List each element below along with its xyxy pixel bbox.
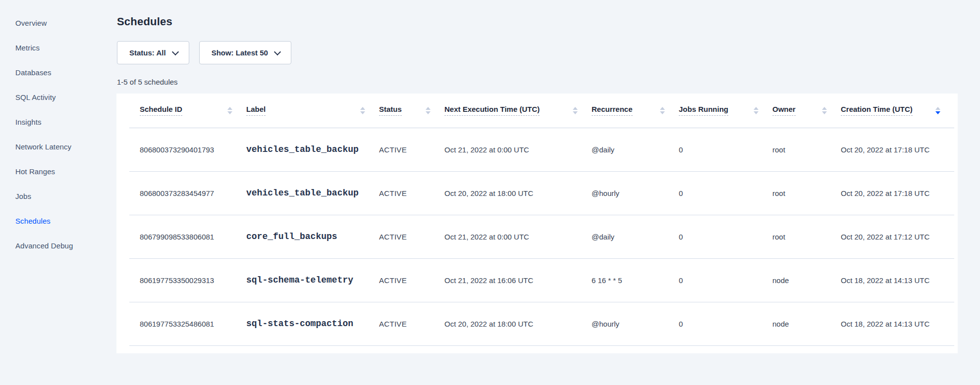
- sidebar-item-schedules[interactable]: Schedules: [0, 208, 113, 233]
- sidebar-item-metrics[interactable]: Metrics: [0, 35, 113, 60]
- sidebar-item-network-latency[interactable]: Network Latency: [0, 134, 113, 159]
- schedule-label-cell: sql-schema-telemetry: [246, 275, 379, 285]
- schedule-label-cell: vehicles_table_backup: [246, 188, 379, 198]
- recurrence-cell: @daily: [592, 233, 679, 241]
- status-cell: ACTIVE: [379, 189, 444, 197]
- column-header-recurrence[interactable]: Recurrence: [592, 94, 679, 128]
- column-header-creation-time[interactable]: Creation Time (UTC): [841, 94, 954, 128]
- schedule-id-cell: 806800373290401793: [129, 145, 246, 154]
- jobs-running-cell: 0: [679, 276, 772, 285]
- next-execution-cell: Oct 21, 2022 at 0:00 UTC: [444, 233, 592, 241]
- schedule-id-cell: 806800373283454977: [129, 189, 246, 197]
- status-cell: ACTIVE: [379, 320, 444, 328]
- table-row: 806197753325486081 sql-stats-compaction …: [129, 302, 954, 345]
- column-header-status[interactable]: Status: [379, 94, 444, 128]
- owner-cell: root: [772, 233, 841, 241]
- next-execution-cell: Oct 21, 2022 at 0:00 UTC: [444, 145, 592, 154]
- table-row: 806800373283454977 vehicles_table_backup…: [129, 171, 954, 215]
- sort-desc-icon: [935, 107, 940, 114]
- jobs-running-cell: 0: [679, 189, 772, 197]
- creation-time-cell: Oct 20, 2022 at 17:12 UTC: [841, 233, 954, 241]
- table-header-row: Schedule ID Label Status Next Execution …: [129, 94, 954, 128]
- chevron-down-icon: [172, 48, 179, 55]
- status-filter-label: Status: All: [129, 48, 166, 57]
- schedule-id-cell: 806197753325486081: [129, 320, 246, 328]
- next-execution-cell: Oct 20, 2022 at 18:00 UTC: [444, 189, 592, 197]
- owner-cell: root: [772, 189, 841, 197]
- schedule-label-cell: sql-stats-compaction: [246, 319, 379, 329]
- show-filter-label: Show: Latest 50: [212, 48, 268, 57]
- recurrence-cell: @daily: [592, 145, 679, 154]
- page-title: Schedules: [117, 14, 958, 29]
- sidebar-item-insights[interactable]: Insights: [0, 109, 113, 134]
- status-cell: ACTIVE: [379, 233, 444, 241]
- schedules-table: Schedule ID Label Status Next Execution …: [129, 94, 954, 346]
- status-filter-dropdown[interactable]: Status: All: [117, 41, 189, 64]
- column-header-label[interactable]: Label: [246, 94, 379, 128]
- sidebar-nav: Overview Metrics Databases SQL Activity …: [0, 10, 113, 258]
- status-cell: ACTIVE: [379, 145, 444, 154]
- sidebar-item-databases[interactable]: Databases: [0, 60, 113, 85]
- recurrence-cell: @hourly: [592, 320, 679, 328]
- creation-time-cell: Oct 18, 2022 at 14:13 UTC: [841, 320, 954, 328]
- next-execution-cell: Oct 21, 2022 at 16:06 UTC: [444, 276, 592, 285]
- column-header-next-execution-time[interactable]: Next Execution Time (UTC): [444, 94, 592, 128]
- sort-icon: [660, 107, 665, 114]
- show-filter-dropdown[interactable]: Show: Latest 50: [199, 41, 291, 64]
- sort-icon: [360, 107, 365, 114]
- recurrence-cell: @hourly: [592, 189, 679, 197]
- status-cell: ACTIVE: [379, 276, 444, 285]
- creation-time-cell: Oct 18, 2022 at 14:13 UTC: [841, 276, 954, 285]
- jobs-running-cell: 0: [679, 145, 772, 154]
- sort-icon: [754, 107, 759, 114]
- schedule-label-cell: vehicles_table_backup: [246, 144, 379, 154]
- schedule-id-cell: 806799098533806081: [129, 233, 246, 241]
- sort-icon: [426, 107, 431, 114]
- chevron-down-icon: [274, 48, 281, 55]
- sidebar-item-overview[interactable]: Overview: [0, 10, 113, 35]
- sidebar-item-hot-ranges[interactable]: Hot Ranges: [0, 159, 113, 184]
- owner-cell: node: [772, 276, 841, 285]
- jobs-running-cell: 0: [679, 320, 772, 328]
- creation-time-cell: Oct 20, 2022 at 17:18 UTC: [841, 189, 954, 197]
- schedules-page: Overview Metrics Databases SQL Activity …: [0, 0, 980, 385]
- sidebar-item-advanced-debug[interactable]: Advanced Debug: [0, 233, 113, 258]
- filter-bar: Status: All Show: Latest 50: [117, 41, 958, 64]
- owner-cell: node: [772, 320, 841, 328]
- recurrence-cell: 6 16 * * 5: [592, 276, 679, 285]
- column-header-owner[interactable]: Owner: [772, 94, 841, 128]
- sort-icon: [227, 107, 232, 114]
- table-row: 806197753350029313 sql-schema-telemetry …: [129, 258, 954, 302]
- main-content: Schedules Status: All Show: Latest 50 1-…: [116, 0, 958, 353]
- results-count: 1-5 of 5 schedules: [117, 78, 958, 88]
- schedule-id-cell: 806197753350029313: [129, 276, 246, 285]
- column-header-jobs-running[interactable]: Jobs Running: [679, 94, 772, 128]
- creation-time-cell: Oct 20, 2022 at 17:18 UTC: [841, 145, 954, 154]
- schedules-table-panel: Schedule ID Label Status Next Execution …: [116, 94, 958, 353]
- sidebar-item-sql-activity[interactable]: SQL Activity: [0, 85, 113, 109]
- table-row: 806800373290401793 vehicles_table_backup…: [129, 128, 954, 171]
- jobs-running-cell: 0: [679, 233, 772, 241]
- sort-icon: [822, 107, 827, 114]
- next-execution-cell: Oct 20, 2022 at 18:00 UTC: [444, 320, 592, 328]
- table-row: 806799098533806081 core_full_backups ACT…: [129, 215, 954, 258]
- sidebar-item-jobs[interactable]: Jobs: [0, 184, 113, 208]
- schedule-label-cell: core_full_backups: [246, 232, 379, 241]
- sort-icon: [573, 107, 578, 114]
- column-header-schedule-id[interactable]: Schedule ID: [129, 94, 246, 128]
- owner-cell: root: [772, 145, 841, 154]
